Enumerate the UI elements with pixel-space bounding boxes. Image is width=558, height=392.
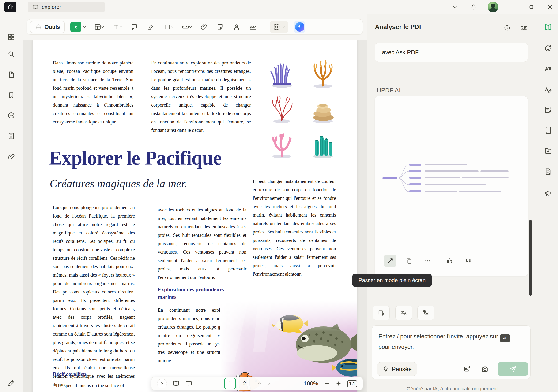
reader-mode-button[interactable]	[543, 23, 553, 32]
sidebar-summary-button[interactable]	[7, 132, 16, 141]
expand-panel-button[interactable]	[157, 379, 167, 389]
placeholder-part-2: pour envoyer.	[378, 343, 414, 350]
home-icon	[7, 3, 14, 10]
rewrite-icon	[544, 85, 552, 93]
send-button[interactable]	[497, 362, 528, 376]
prompt-library-button[interactable]	[373, 306, 390, 320]
zoom-level[interactable]: 100%	[304, 380, 318, 387]
previous-page-icon[interactable]	[256, 381, 262, 387]
toolbox-icon	[35, 24, 42, 30]
chat-input[interactable]: Entrez / pour sélectionner l'invite, app…	[372, 325, 531, 379]
translate-panel-button[interactable]	[543, 64, 553, 74]
panel-scrollbar[interactable]	[529, 220, 532, 296]
snapshot-chevron-icon[interactable]	[282, 25, 286, 29]
ai-assistant-button[interactable]	[294, 21, 305, 33]
translate-button[interactable]	[395, 306, 412, 320]
sidebar-bookmarks-button[interactable]	[7, 91, 16, 100]
thumbs-down-icon	[465, 257, 472, 264]
mindmap-preview[interactable]	[381, 161, 522, 196]
collapse-toolbar-button[interactable]	[450, 2, 460, 12]
two-page-view-icon[interactable]	[173, 380, 180, 387]
chat-message-text: avec Ask PDF.	[382, 49, 420, 56]
column-rule	[256, 59, 256, 129]
snapshot-tool-button[interactable]	[272, 22, 282, 32]
plate-coral-image	[304, 91, 342, 125]
sidebar-comments-button[interactable]	[7, 111, 16, 120]
pink-coral-image	[262, 126, 301, 160]
note-pencil-icon	[544, 106, 552, 114]
sidebar-design-button[interactable]	[7, 379, 16, 388]
zoom-out-icon[interactable]	[324, 381, 330, 387]
highlighter-tool-button[interactable]	[145, 22, 156, 32]
ellipsis-icon	[424, 257, 431, 264]
paperclip-icon	[7, 153, 15, 161]
zoom-in-icon[interactable]	[335, 381, 342, 387]
ai-section-label: UPDF AI	[377, 87, 401, 94]
mindmap-button[interactable]	[417, 306, 434, 320]
thumbs-down-button[interactable]	[462, 255, 475, 267]
screenshot-button[interactable]	[480, 365, 489, 374]
ai-chat-button[interactable]	[543, 43, 553, 53]
glossary-button[interactable]	[543, 125, 553, 135]
book-open-icon	[544, 23, 552, 32]
snapshot-icon	[273, 23, 280, 31]
page-2-box[interactable]: 2	[239, 378, 250, 389]
comment-tool-button[interactable]	[129, 22, 140, 32]
sidebar-attachments-button[interactable]	[7, 152, 16, 161]
tools-button[interactable]: Outils	[30, 21, 65, 33]
history-button[interactable]	[503, 23, 512, 32]
title-bar: explorer	[0, 0, 558, 14]
insert-image-button[interactable]	[462, 365, 472, 374]
column-rule	[145, 59, 145, 129]
history-clock-icon	[504, 24, 511, 31]
shape-chevron-icon[interactable]	[170, 25, 174, 29]
intro-column-1: Dans l'immense étreinte de notre planète…	[53, 58, 133, 126]
new-tab-button[interactable]	[114, 3, 122, 11]
sidebar-apps-button[interactable]	[7, 33, 16, 42]
next-page-icon[interactable]	[266, 381, 272, 387]
person-icon	[233, 23, 240, 31]
chat-input-placeholder: Entrez / pour sélectionner l'invite, app…	[378, 331, 522, 352]
select-tool-button[interactable]	[70, 22, 81, 32]
chevron-right-icon	[159, 381, 165, 386]
add-files-button[interactable]	[543, 146, 553, 156]
copy-button[interactable]	[402, 255, 415, 267]
signature-tool-button[interactable]	[248, 22, 258, 32]
minimize-button[interactable]	[508, 2, 517, 12]
thumbs-up-button[interactable]	[443, 255, 456, 267]
thought-mode-button[interactable]: Pensée	[377, 362, 417, 376]
rewrite-button[interactable]	[543, 84, 553, 94]
page-navigation-bar: 1 2 100% 1:1	[151, 377, 363, 390]
toolbar: Outils	[23, 14, 367, 40]
assistant-settings-button[interactable]	[520, 23, 528, 32]
sidebar-pages-button[interactable]	[7, 70, 16, 79]
sign-tool-button[interactable]	[231, 22, 242, 32]
avatar[interactable]	[488, 2, 498, 12]
file-lines-icon	[7, 132, 15, 140]
text-chevron-icon[interactable]	[119, 25, 123, 29]
right-sidebar	[538, 14, 558, 392]
pdf-viewport[interactable]: Dans l'immense étreinte de notre planète…	[23, 40, 367, 392]
notifications-button[interactable]	[469, 2, 478, 12]
search-icon	[7, 50, 15, 58]
measure-chevron-icon[interactable]	[188, 25, 193, 29]
sidebar-search-button[interactable]	[7, 50, 16, 58]
feedback-button[interactable]	[543, 188, 553, 198]
presentation-view-icon[interactable]	[185, 380, 192, 387]
minimize-icon	[509, 4, 515, 10]
maximize-button[interactable]	[527, 2, 536, 12]
home-button[interactable]	[4, 2, 17, 12]
summarize-button[interactable]	[543, 105, 553, 115]
search-document-button[interactable]	[543, 167, 553, 176]
attach-tool-button[interactable]	[198, 22, 209, 32]
close-button[interactable]	[545, 2, 555, 12]
fullscreen-button[interactable]	[384, 255, 396, 267]
more-options-button[interactable]	[421, 255, 434, 267]
window-controls	[450, 0, 555, 14]
translate-icon	[400, 309, 407, 316]
select-tool-chevron-icon[interactable]	[82, 25, 87, 29]
sticker-tool-button[interactable]	[215, 22, 226, 32]
document-tab[interactable]: explorer	[28, 2, 105, 12]
layout-chevron-icon[interactable]	[100, 25, 105, 29]
current-page-box[interactable]: 1	[224, 378, 236, 389]
